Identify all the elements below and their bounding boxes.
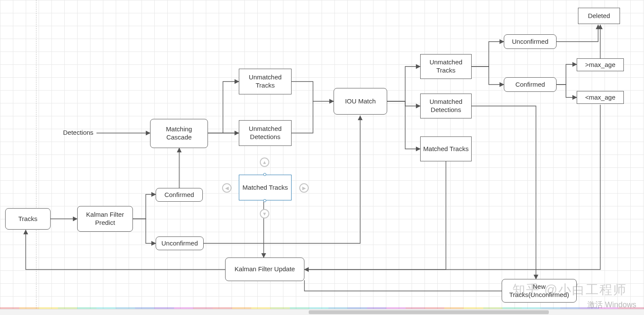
node-iou-match[interactable]: IOU Match: [334, 88, 387, 115]
node-unmatched-tracks-2[interactable]: Unmatched Tracks: [420, 54, 472, 79]
scrollbar-thumb[interactable]: [309, 310, 549, 314]
node-confirmed-1[interactable]: Confirmed: [156, 188, 203, 202]
node-unmatched-detections-2[interactable]: Unmatched Detections: [420, 94, 472, 118]
node-unmatched-tracks-1[interactable]: Unmatched Tracks: [239, 69, 292, 94]
node-kalman-predict-label: Kalman Filter Predict: [80, 211, 130, 227]
node-detections-label: Detections: [63, 129, 93, 136]
node-gt-max-age-label: >max_age: [585, 61, 615, 69]
node-matched-tracks-2[interactable]: Matched Tracks: [420, 136, 472, 161]
diagram-canvas[interactable]: Detections Tracks Kalman Filter Predict …: [0, 0, 644, 315]
horizontal-scrollbar[interactable]: [0, 309, 644, 315]
direction-handle-right[interactable]: ▶: [299, 183, 309, 193]
node-tracks-label: Tracks: [18, 215, 37, 223]
node-deleted-label: Deleted: [588, 12, 610, 20]
connection-point-bottom[interactable]: [263, 199, 266, 202]
node-unmatched-tracks-1-label: Unmatched Tracks: [242, 73, 289, 90]
node-matched-tracks-1-label: Matched Tracks: [243, 184, 288, 192]
node-gt-max-age[interactable]: >max_age: [577, 58, 624, 71]
node-kalman-predict[interactable]: Kalman Filter Predict: [77, 206, 133, 232]
connection-point-top[interactable]: [263, 173, 266, 176]
node-unconfirmed-2[interactable]: Unconfirmed: [504, 34, 557, 49]
zhihu-watermark: 知乎 @小白工程师: [512, 281, 627, 299]
direction-handle-left[interactable]: ◀: [222, 183, 232, 193]
node-unmatched-tracks-2-label: Unmatched Tracks: [423, 58, 469, 75]
node-lt-max-age-label: <max_age: [585, 94, 615, 102]
node-lt-max-age[interactable]: <max_age: [577, 91, 624, 104]
node-unconfirmed-1-label: Unconfirmed: [161, 239, 198, 248]
direction-handle-up[interactable]: ▲: [260, 158, 269, 167]
node-matched-tracks-1[interactable]: Matched Tracks: [239, 175, 292, 200]
node-unmatched-detections-1-label: Unmatched Detections: [242, 125, 289, 141]
node-confirmed-2-label: Confirmed: [515, 81, 545, 89]
node-matched-tracks-2-label: Matched Tracks: [423, 145, 469, 153]
node-confirmed-2[interactable]: Confirmed: [504, 77, 557, 92]
node-tracks[interactable]: Tracks: [5, 208, 51, 230]
node-unmatched-detections-2-label: Unmatched Detections: [423, 98, 469, 114]
node-unmatched-detections-1[interactable]: Unmatched Detections: [239, 120, 292, 146]
node-kalman-update-label: Kalman Filter Update: [235, 265, 295, 273]
node-kalman-update[interactable]: Kalman Filter Update: [225, 257, 304, 281]
node-unconfirmed-2-label: Unconfirmed: [512, 38, 548, 46]
node-iou-match-label: IOU Match: [345, 97, 376, 106]
node-unconfirmed-1[interactable]: Unconfirmed: [156, 236, 204, 250]
node-deleted[interactable]: Deleted: [578, 8, 620, 24]
node-matching-cascade-label: Matching Cascade: [153, 125, 205, 142]
page-break-line: [36, 0, 36, 315]
node-confirmed-1-label: Confirmed: [164, 191, 194, 199]
node-matching-cascade[interactable]: Matching Cascade: [150, 119, 208, 148]
direction-handle-down[interactable]: ▼: [260, 209, 269, 218]
